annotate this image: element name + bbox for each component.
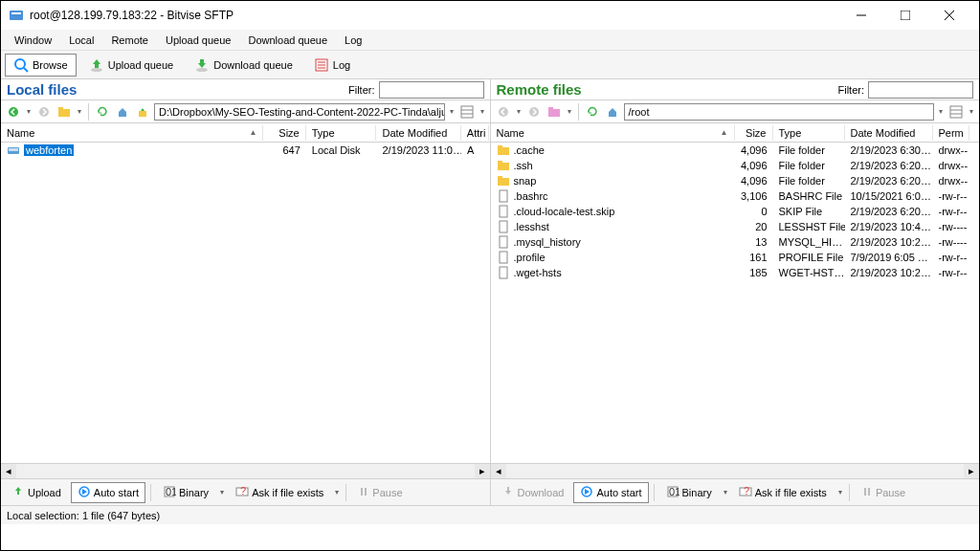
remote-ask-dropdown[interactable]: ▾: [836, 488, 844, 496]
local-ask-dropdown[interactable]: ▾: [333, 488, 341, 496]
close-button[interactable]: [927, 1, 971, 30]
local-binary-button[interactable]: 01 Binary: [156, 482, 215, 503]
remote-col-type[interactable]: Type: [773, 125, 845, 141]
remote-folder-dropdown[interactable]: ▾: [566, 107, 573, 116]
remote-autostart-button[interactable]: Auto start: [573, 482, 648, 503]
scroll-left-icon[interactable]: ◂: [491, 464, 506, 479]
local-folder-dropdown[interactable]: ▾: [76, 107, 83, 116]
remote-pause-button[interactable]: Pause: [855, 483, 912, 502]
list-item[interactable]: .lesshst20LESSHST File2/19/2023 10:4…-rw…: [491, 219, 980, 234]
local-view-button[interactable]: [458, 103, 476, 121]
local-binary-dropdown[interactable]: ▾: [218, 488, 226, 496]
menu-download-queue[interactable]: Download queue: [240, 32, 335, 49]
log-button[interactable]: Log: [305, 54, 359, 77]
local-col-size[interactable]: Size: [263, 125, 305, 141]
svg-rect-35: [950, 106, 962, 118]
remote-view-dropdown[interactable]: ▾: [968, 107, 975, 116]
minimize-button[interactable]: [839, 1, 883, 30]
download-queue-button[interactable]: Download queue: [186, 54, 301, 77]
list-item[interactable]: .cache4,096File folder2/19/2023 6:30…drw…: [491, 143, 980, 158]
local-home-button[interactable]: [114, 103, 131, 121]
list-item[interactable]: .ssh4,096File folder2/19/2023 6:20…drwx-…: [491, 158, 980, 173]
svg-rect-42: [498, 178, 509, 186]
menu-remote[interactable]: Remote: [103, 32, 156, 49]
menu-log[interactable]: Log: [337, 32, 369, 49]
maximize-button[interactable]: [883, 1, 927, 30]
download-icon: [501, 485, 515, 500]
remote-back-dropdown[interactable]: ▾: [515, 107, 523, 116]
sort-asc-icon: ▲: [721, 128, 728, 137]
remote-refresh-button[interactable]: [584, 103, 601, 121]
list-item[interactable]: .mysql_history13MYSQL_HI…2/19/2023 10:2……: [491, 234, 980, 250]
local-back-dropdown[interactable]: ▾: [25, 107, 33, 116]
svg-rect-29: [361, 488, 363, 496]
remote-filter-input[interactable]: [868, 81, 973, 99]
upload-icon: [89, 57, 104, 73]
svg-rect-47: [500, 236, 507, 248]
log-icon: [314, 57, 329, 73]
local-ask-button[interactable]: ? Ask if file exists: [229, 482, 330, 503]
local-forward-button[interactable]: [35, 103, 53, 121]
browse-label: Browse: [33, 59, 68, 71]
svg-rect-23: [9, 148, 18, 151]
remote-home-button[interactable]: [604, 103, 621, 121]
remote-path-dropdown[interactable]: ▾: [937, 107, 945, 116]
menu-upload-queue[interactable]: Upload queue: [158, 32, 239, 49]
local-file-list[interactable]: webforten647Local Disk2/19/2023 11:0…A: [1, 143, 490, 463]
local-filter-label: Filter:: [348, 84, 375, 96]
local-folder-button[interactable]: [56, 103, 73, 121]
remote-col-date[interactable]: Date Modified: [845, 125, 933, 141]
svg-point-15: [39, 107, 49, 117]
remote-h-scrollbar[interactable]: ◂ ▸: [491, 463, 980, 478]
local-col-type[interactable]: Type: [306, 125, 377, 141]
local-up-button[interactable]: [134, 103, 151, 121]
local-h-scrollbar[interactable]: ◂ ▸: [1, 463, 490, 478]
remote-download-button[interactable]: Download: [495, 482, 571, 503]
scroll-left-icon[interactable]: ◂: [1, 464, 16, 479]
local-path-input[interactable]: D:\Dropbox\My-SEO-Testing-and-Content-20…: [154, 103, 445, 121]
remote-col-size[interactable]: Size: [735, 125, 773, 141]
file-icon: [497, 189, 510, 203]
download-icon: [194, 57, 210, 73]
remote-col-name[interactable]: Name▲: [491, 125, 735, 141]
local-path-dropdown[interactable]: ▾: [448, 107, 456, 116]
local-col-name[interactable]: Name▲: [1, 125, 263, 141]
list-item[interactable]: .wget-hsts185WGET-HST…2/19/2023 10:2…-rw…: [491, 265, 980, 280]
remote-view-button[interactable]: [947, 103, 965, 121]
local-view-dropdown[interactable]: ▾: [479, 107, 486, 116]
local-back-button[interactable]: [5, 103, 22, 121]
scroll-right-icon[interactable]: ▸: [964, 464, 979, 479]
remote-file-list[interactable]: .cache4,096File folder2/19/2023 6:30…drw…: [491, 143, 980, 463]
list-item[interactable]: .cloud-locale-test.skip0SKIP File2/19/20…: [491, 204, 980, 219]
binary-icon: 01: [163, 485, 176, 500]
menu-window[interactable]: Window: [7, 32, 59, 49]
svg-point-9: [196, 68, 208, 72]
remote-binary-dropdown[interactable]: ▾: [722, 488, 729, 496]
remote-ask-button[interactable]: ? Ask if file exists: [732, 482, 834, 503]
browse-button[interactable]: Browse: [5, 54, 77, 77]
list-item[interactable]: webforten647Local Disk2/19/2023 11:0…A: [1, 143, 490, 158]
scroll-right-icon[interactable]: ▸: [475, 464, 490, 479]
svg-rect-55: [864, 488, 866, 496]
list-item[interactable]: snap4,096File folder2/19/2023 6:20…drwx-…: [491, 173, 980, 188]
svg-rect-33: [548, 109, 560, 117]
file-icon: [497, 220, 510, 233]
remote-path-input[interactable]: /root: [624, 103, 935, 121]
menu-local[interactable]: Local: [61, 32, 101, 49]
local-col-attr[interactable]: Attri: [461, 125, 490, 141]
local-upload-button[interactable]: Upload: [5, 482, 68, 503]
upload-queue-button[interactable]: Upload queue: [80, 54, 183, 77]
local-autostart-button[interactable]: Auto start: [71, 482, 145, 503]
list-item[interactable]: .bashrc3,106BASHRC File10/15/2021 6:0…-r…: [491, 188, 980, 204]
local-col-date[interactable]: Date Modified: [376, 125, 460, 141]
remote-binary-button[interactable]: 01 Binary: [659, 482, 719, 503]
remote-folder-button[interactable]: [546, 103, 563, 121]
local-refresh-button[interactable]: [94, 103, 111, 121]
list-item[interactable]: .profile161PROFILE File7/9/2019 6:05 …-r…: [491, 250, 980, 265]
local-filter-input[interactable]: [379, 81, 484, 99]
svg-rect-44: [500, 190, 507, 202]
remote-back-button[interactable]: [495, 103, 512, 121]
local-pause-button[interactable]: Pause: [351, 483, 409, 502]
remote-col-perm[interactable]: Perm: [933, 125, 969, 141]
remote-forward-button[interactable]: [525, 103, 543, 121]
